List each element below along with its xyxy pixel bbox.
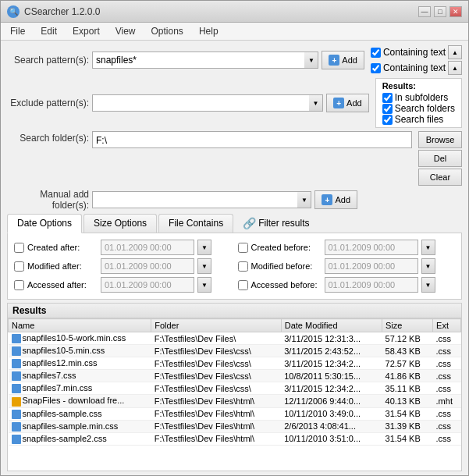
table-row[interactable]: SnapFiles - download fre... F:\Testfiles… <box>9 395 461 407</box>
table-row[interactable]: snapfiles-sample2.css F:\Testfiles\Dev F… <box>9 432 461 445</box>
menu-view[interactable]: View <box>109 24 142 38</box>
accessed-after-checkbox[interactable] <box>14 280 24 290</box>
cell-name: SnapFiles - download fre... <box>9 395 151 407</box>
exclude-pattern-add-button[interactable]: + Add <box>326 94 369 112</box>
file-icon <box>12 334 21 343</box>
menu-options[interactable]: Options <box>145 24 190 38</box>
created-after-input[interactable] <box>101 240 194 255</box>
containing-text-2-checkbox[interactable] <box>371 63 381 73</box>
menu-edit[interactable]: Edit <box>34 24 63 38</box>
table-row[interactable]: snapfiles-sample.min.css F:\Testfiles\De… <box>9 420 461 432</box>
cell-ext: .css <box>433 332 461 345</box>
exclude-pattern-arrow[interactable]: ▼ <box>309 94 323 112</box>
browse-button[interactable]: Browse <box>418 131 462 148</box>
in-subfolders-checkbox[interactable] <box>382 93 393 103</box>
menu-file[interactable]: File <box>4 24 31 38</box>
search-pattern-input[interactable] <box>92 52 318 69</box>
table-row[interactable]: snapfiles7.css F:\Testfiles\Dev Files\cs… <box>9 370 461 382</box>
manual-add-input[interactable] <box>92 191 311 208</box>
search-files-checkbox[interactable] <box>382 115 393 125</box>
modified-before-arrow[interactable]: ▼ <box>421 258 435 274</box>
containing-text-2-up[interactable]: ▲ <box>448 61 462 75</box>
menu-help[interactable]: Help <box>193 24 225 38</box>
cell-size: 31.54 KB <box>382 407 433 420</box>
table-row[interactable]: snapfiles-sample.css F:\Testfiles\Dev Fi… <box>9 407 461 420</box>
accessed-before-input[interactable] <box>325 277 418 293</box>
created-before-arrow[interactable]: ▼ <box>421 240 435 255</box>
table-row[interactable]: snapfiles7.min.css F:\Testfiles\Dev File… <box>9 382 461 395</box>
modified-before-row: Modified before: ▼ <box>238 258 456 274</box>
manual-add-arrow[interactable]: ▼ <box>297 191 311 208</box>
containing-text-1-up[interactable]: ▲ <box>448 45 462 59</box>
table-row[interactable]: snapfiles12.min.css F:\Testfiles\Dev Fil… <box>9 357 461 370</box>
modified-after-row: Modified after: ▼ <box>14 258 232 274</box>
col-folder[interactable]: Folder <box>151 319 282 332</box>
col-date[interactable]: Date Modified <box>281 319 382 332</box>
cell-size: 31.39 KB <box>382 420 433 432</box>
table-row[interactable]: snapfiles10-5.min.css F:\Testfiles\Dev F… <box>9 345 461 357</box>
tab-date-options[interactable]: Date Options <box>7 214 82 233</box>
file-icon <box>12 359 21 368</box>
search-folder-value: F:\ <box>92 131 412 148</box>
file-icon <box>12 422 21 432</box>
col-size[interactable]: Size <box>382 319 433 332</box>
created-before-input[interactable] <box>325 240 418 255</box>
col-ext[interactable]: Ext <box>433 319 461 332</box>
search-pattern-arrow[interactable]: ▼ <box>304 52 318 69</box>
accessed-before-checkbox[interactable] <box>238 280 248 290</box>
minimize-button[interactable]: — <box>418 6 431 17</box>
modified-after-arrow[interactable]: ▼ <box>197 258 211 274</box>
col-name[interactable]: Name <box>9 319 151 332</box>
manual-add-button[interactable]: + Add <box>314 190 357 209</box>
cell-name: snapfiles-sample.min.css <box>9 420 151 432</box>
created-before-checkbox[interactable] <box>238 243 248 253</box>
results-section: Results snapware Name Folder Date Modifi… <box>7 303 462 471</box>
add-label-2: Add <box>346 98 362 108</box>
cell-name: snapfiles7.min.css <box>9 382 151 395</box>
modified-before-label: Modified before: <box>251 261 322 271</box>
tab-filter-results[interactable]: 🔗 Filter results <box>235 214 317 233</box>
tab-file-contains[interactable]: File Contains <box>158 214 233 233</box>
cell-folder: F:\Testfiles\Dev Files\css\ <box>151 345 282 357</box>
accessed-after-arrow[interactable]: ▼ <box>197 277 211 293</box>
table-row[interactable]: snapfiles10-5-work.min.css F:\Testfiles\… <box>9 332 461 345</box>
modified-before-input[interactable] <box>325 258 418 274</box>
table-wrapper[interactable]: snapware Name Folder Date Modified Size … <box>8 318 461 471</box>
menu-export[interactable]: Export <box>66 24 106 38</box>
close-button[interactable]: ✕ <box>449 6 462 17</box>
results-options-label: Results: <box>382 81 455 91</box>
folder-action-buttons: Browse Del Clear <box>418 131 462 186</box>
modified-before-checkbox[interactable] <box>238 261 248 272</box>
accessed-before-row: Accessed before: ▼ <box>238 277 456 293</box>
search-folders-row: Search folders <box>382 103 455 114</box>
created-after-arrow[interactable]: ▼ <box>197 240 211 255</box>
search-folder-label: Search folder(s): <box>7 131 89 144</box>
created-after-checkbox[interactable] <box>14 243 24 253</box>
clear-button[interactable]: Clear <box>418 169 462 186</box>
cell-date: 10/11/2010 3:51:0... <box>281 432 382 445</box>
search-files-label: Search files <box>395 114 444 125</box>
modified-after-input[interactable] <box>101 258 194 274</box>
accessed-after-row: Accessed after: ▼ <box>14 277 232 293</box>
search-pattern-add-button[interactable]: + Add <box>322 51 364 69</box>
modified-after-checkbox[interactable] <box>14 261 24 272</box>
containing-text-1-checkbox[interactable] <box>371 48 381 58</box>
in-subfolders-row: In subfolders <box>382 92 455 103</box>
file-icon <box>12 384 21 393</box>
search-folders-checkbox[interactable] <box>382 104 393 114</box>
accessed-before-arrow[interactable]: ▼ <box>421 277 435 293</box>
cell-date: 10/11/2010 3:49:0... <box>281 407 382 420</box>
add-icon: + <box>329 55 339 66</box>
cell-folder: F:\Testfiles\Dev Files\html\ <box>151 395 282 407</box>
results-table: Name Folder Date Modified Size Ext snapf… <box>8 318 461 446</box>
maximize-button[interactable]: □ <box>434 6 446 17</box>
accessed-after-input[interactable] <box>101 277 194 293</box>
tab-size-options[interactable]: Size Options <box>83 214 157 233</box>
search-folders-label: Search folders <box>395 103 455 114</box>
tabs-container: Date Options Size Options File Contains … <box>7 214 462 300</box>
created-after-row: Created after: ▼ <box>14 240 232 255</box>
del-button[interactable]: Del <box>418 150 462 167</box>
exclude-pattern-input[interactable] <box>92 94 323 112</box>
cell-folder: F:\Testfiles\Dev Files\css\ <box>151 357 282 370</box>
cell-size: 40.13 KB <box>382 395 433 407</box>
